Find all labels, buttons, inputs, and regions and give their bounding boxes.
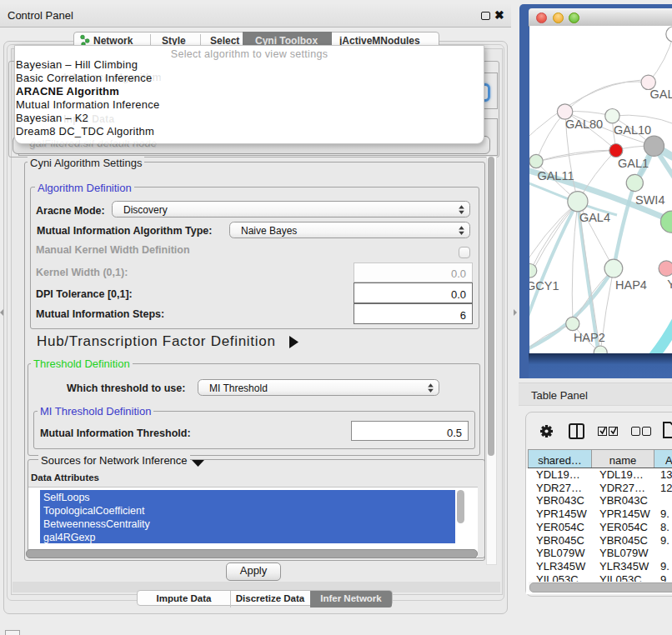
svg-text:GAL80: GAL80 [565, 118, 603, 131]
svg-text:GAL4: GAL4 [579, 211, 610, 224]
svg-text:GAL10: GAL10 [614, 123, 651, 137]
svg-text:GCY1: GCY1 [529, 279, 559, 292]
svg-text:SWI4: SWI4 [635, 193, 664, 207]
svg-text:GAL7: GAL7 [650, 88, 672, 101]
svg-text:HAP2: HAP2 [574, 331, 605, 344]
svg-text:GAL11: GAL11 [537, 169, 574, 182]
svg-text:GAL1: GAL1 [618, 157, 649, 170]
svg-text:Y: Y [667, 278, 672, 291]
svg-text:HAP4: HAP4 [615, 278, 647, 292]
